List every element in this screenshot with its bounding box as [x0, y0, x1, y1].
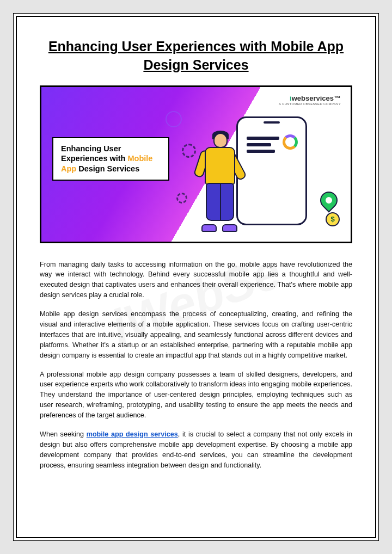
page-title: Enhancing User Experiences with Mobile A…	[40, 38, 352, 75]
person-illustration	[193, 128, 253, 232]
brand-logo: iwebservices™ A CUSTOMER OBSESSED COMPAN…	[279, 95, 341, 106]
paragraph-2: Mobile app design services encompass the…	[40, 309, 352, 360]
coin-icon: $	[326, 212, 340, 226]
page-inner-frame: iWebSe Enhancing User Experiences with M…	[16, 16, 376, 538]
paragraph-3: A professional mobile app design company…	[40, 370, 352, 421]
hero-text-suffix: Design Services	[76, 164, 139, 173]
hero-image: iwebservices™ A CUSTOMER OBSESSED COMPAN…	[40, 85, 352, 243]
hero-text-prefix: Enhancing User Experiences with	[61, 144, 128, 163]
globe-icon	[166, 111, 182, 127]
brand-name-rest: webservices	[292, 94, 334, 102]
hero-illustration: $	[198, 106, 334, 236]
donut-chart-icon	[283, 134, 298, 150]
mobile-app-design-services-link[interactable]: mobile app design services	[87, 430, 178, 438]
location-pin-icon	[316, 188, 341, 212]
paragraph-4: When seeking mobile app design services,…	[40, 429, 352, 471]
p4-prefix: When seeking	[40, 430, 87, 438]
page-outer-frame: iWebSe Enhancing User Experiences with M…	[13, 13, 379, 541]
paragraph-1: From managing daily tasks to accessing i…	[40, 260, 352, 301]
hero-text-box: Enhancing User Experiences with Mobile A…	[52, 137, 169, 181]
gear-icon	[176, 193, 187, 204]
brand-tm: ™	[334, 94, 341, 102]
